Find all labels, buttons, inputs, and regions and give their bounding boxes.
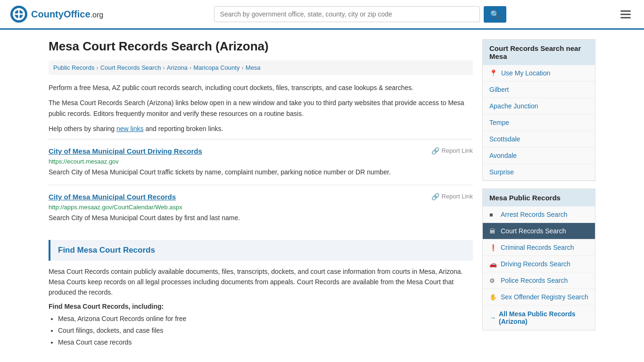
sidebar-city-link-0[interactable]: Gilbert: [489, 86, 509, 93]
sidebar-record-link-3[interactable]: 🚗 Driving Records Search: [483, 256, 595, 272]
sidebar-city-link-4[interactable]: Avondale: [489, 152, 517, 159]
section-list-header: Find Mesa Court Records, including:: [49, 303, 473, 310]
record-link-block: City of Mesa Municipal Court Driving Rec…: [49, 139, 473, 185]
sidebar-public-records-section: Mesa Public Records ■ Arrest Records Sea…: [482, 189, 595, 330]
record-url-0: https://ecourt.mesaaz.gov: [49, 158, 473, 165]
header: CountyOffice.org 🔍: [0, 0, 644, 30]
logo-text: CountyOffice.org: [31, 9, 103, 20]
sidebar-city-5[interactable]: Surprise: [483, 164, 595, 181]
sidebar-city-0[interactable]: Gilbert: [483, 82, 595, 98]
sidebar-city-1[interactable]: Apache Junction: [483, 98, 595, 115]
sidebar-public-records-title: Mesa Public Records: [483, 189, 595, 206]
sidebar-city-4[interactable]: Avondale: [483, 148, 595, 164]
report-icon-0: 🔗: [431, 147, 439, 155]
new-links-link[interactable]: new links: [116, 125, 144, 132]
sidebar-record-label-1[interactable]: Court Records Search: [501, 227, 566, 235]
record-url-1: http://apps.mesaaz.gov/CourtCalendar/Web…: [49, 204, 473, 211]
breadcrumb-court-records-search[interactable]: Court Records Search: [100, 64, 161, 71]
sidebar-city-link-1[interactable]: Apache Junction: [489, 102, 538, 110]
sidebar-use-location[interactable]: 📍 Use My Location: [483, 65, 595, 82]
section-list: Mesa, Arizona Court Records online for f…: [58, 313, 473, 349]
sidebar-record-link-0[interactable]: ■ Arrest Records Search: [483, 206, 595, 223]
section-box-title: Find Mesa Court Records: [58, 246, 465, 255]
intro-text-3-post: and reporting broken links.: [144, 125, 223, 132]
intro-text-2: The Mesa Court Records Search (Arizona) …: [49, 98, 473, 119]
sidebar-nearby-section: Court Records Search near Mesa 📍 Use My …: [482, 39, 595, 181]
report-icon-1: 🔗: [431, 193, 439, 200]
sidebar-record-label-5[interactable]: Sex Offender Registry Search: [501, 293, 588, 301]
sidebar-public-records-links: ■ Arrest Records Search 🏛 Court Records …: [483, 206, 595, 305]
sidebar-record-icon-1: 🏛: [489, 228, 497, 235]
report-link-label-1: Report Link: [442, 193, 473, 200]
report-link-label-0: Report Link: [442, 147, 473, 154]
sidebar-record-link-2[interactable]: ❗ Criminal Records Search: [483, 239, 595, 256]
sidebar-city-link-3[interactable]: Scottsdale: [489, 135, 520, 143]
sidebar-record-link-5[interactable]: ✋ Sex Offender Registry Search: [483, 289, 595, 305]
arrow-icon: →: [489, 314, 496, 321]
page-title: Mesa Court Records Search (Arizona): [49, 39, 473, 54]
section-body: Mesa Court Records contain publicly avai…: [49, 266, 473, 298]
sidebar-record-label-2[interactable]: Criminal Records Search: [501, 244, 574, 251]
sidebar-record-link-1[interactable]: 🏛 Court Records Search: [483, 223, 595, 239]
record-link-title-0[interactable]: City of Mesa Municipal Court Driving Rec…: [49, 147, 202, 155]
sidebar-record-label-0[interactable]: Arrest Records Search: [501, 211, 568, 218]
record-desc-1: Search City of Mesa Municipal Court date…: [49, 213, 473, 223]
sidebar-record-icon-0: ■: [489, 211, 497, 218]
sidebar-city-link-2[interactable]: Tempe: [489, 119, 509, 126]
record-links-container: City of Mesa Municipal Court Driving Rec…: [49, 139, 473, 230]
record-link-block: City of Mesa Municipal Court Records 🔗 R…: [49, 185, 473, 230]
breadcrumb-sep-2: ›: [163, 64, 165, 71]
intro-text-3: Help others by sharing new links and rep…: [49, 123, 473, 134]
sidebar-record-label-4[interactable]: Police Records Search: [501, 277, 568, 284]
breadcrumb-sep-4: ›: [241, 64, 243, 71]
sidebar-record-icon-5: ✋: [489, 294, 497, 301]
section-box: Find Mesa Court Records: [49, 240, 473, 261]
search-button[interactable]: 🔍: [484, 6, 506, 23]
record-link-title-1[interactable]: City of Mesa Municipal Court Records: [49, 193, 176, 201]
section-list-item: Mesa Court case records: [58, 337, 473, 348]
section-list-item: Court filings, dockets, and case files: [58, 325, 473, 337]
main-content: Mesa Court Records Search (Arizona) Publ…: [49, 39, 473, 348]
section-list-item: Mesa, Arizona Court Records online for f…: [58, 313, 473, 325]
breadcrumb: Public Records › Court Records Search › …: [49, 60, 473, 75]
logo-icon: [9, 5, 28, 24]
sidebar-city-3[interactable]: Scottsdale: [483, 131, 595, 148]
page-container: Mesa Court Records Search (Arizona) Publ…: [39, 30, 605, 358]
breadcrumb-maricopa[interactable]: Maricopa County: [193, 64, 239, 71]
report-link-btn-1[interactable]: 🔗 Report Link: [431, 193, 473, 200]
sidebar-city-link-5[interactable]: Surprise: [489, 168, 514, 176]
record-desc-0: Search City of Mesa Municipal Court traf…: [49, 167, 473, 177]
sidebar-all-records-link[interactable]: → All Mesa Public Records (Arizona): [483, 305, 595, 330]
breadcrumb-sep-3: ›: [190, 64, 191, 71]
sidebar: Court Records Search near Mesa 📍 Use My …: [482, 39, 595, 348]
sidebar-record-icon-3: 🚗: [489, 261, 497, 268]
sidebar-record-icon-2: ❗: [489, 244, 497, 251]
report-link-btn-0[interactable]: 🔗 Report Link: [431, 147, 473, 155]
pin-icon: 📍: [489, 69, 497, 77]
sidebar-record-icon-4: ⚙: [489, 277, 497, 284]
all-records-label: All Mesa Public Records (Arizona): [499, 310, 588, 325]
search-input[interactable]: [214, 6, 480, 22]
menu-button[interactable]: [617, 8, 635, 20]
sidebar-record-label-3[interactable]: Driving Records Search: [501, 260, 570, 268]
sidebar-record-link-4[interactable]: ⚙ Police Records Search: [483, 272, 595, 289]
sidebar-nearby-title: Court Records Search near Mesa: [483, 40, 595, 65]
sidebar-nearby-cities: GilbertApache JunctionTempeScottsdaleAvo…: [483, 82, 595, 181]
svg-point-5: [17, 13, 20, 16]
breadcrumb-public-records[interactable]: Public Records: [53, 64, 94, 71]
intro-text-3-pre: Help others by sharing: [49, 125, 116, 132]
breadcrumb-arizona[interactable]: Arizona: [167, 64, 188, 71]
use-my-location-link[interactable]: Use My Location: [501, 69, 550, 77]
search-bar-area: 🔍: [214, 6, 506, 23]
intro-text-1: Perform a free Mesa, AZ public court rec…: [49, 82, 473, 93]
breadcrumb-mesa[interactable]: Mesa: [246, 64, 261, 71]
logo-area: CountyOffice.org: [9, 5, 103, 24]
sidebar-city-2[interactable]: Tempe: [483, 115, 595, 131]
breadcrumb-sep-1: ›: [96, 64, 98, 71]
